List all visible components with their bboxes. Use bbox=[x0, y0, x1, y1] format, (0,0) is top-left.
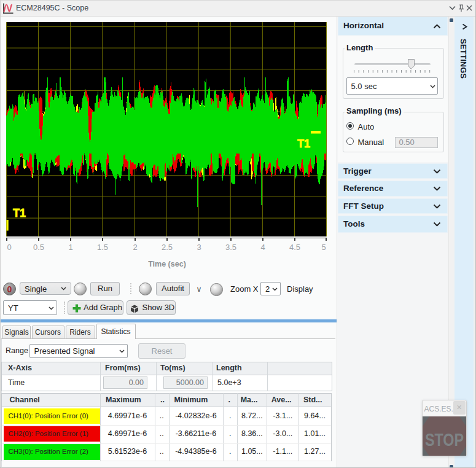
svg-text:T1: T1 bbox=[13, 207, 26, 219]
svg-text:T1: T1 bbox=[297, 138, 310, 150]
svg-text:STOP: STOP bbox=[425, 429, 464, 450]
